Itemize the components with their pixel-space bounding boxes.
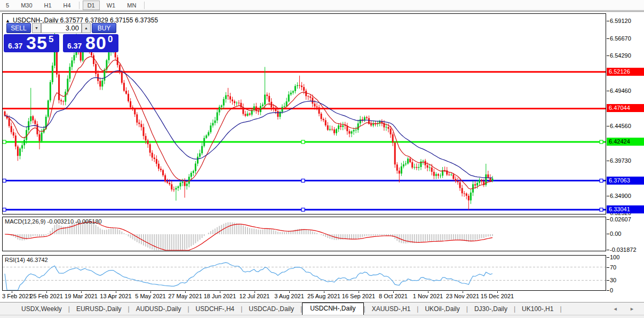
price-tick-mark [607, 126, 609, 126]
ask-big-digits: 80 [85, 33, 107, 53]
time-axis-label: 13 Apr 2021 [100, 293, 131, 299]
timeframe-toolbar: 5M30H1H4D1W1MN [0, 0, 644, 11]
price-marker-6.37063: 6.37063 [607, 177, 644, 185]
timeframe-button-5[interactable]: 5 [1, 1, 14, 10]
ma-30-line[interactable] [5, 71, 492, 178]
ask-pip-digit: 0 [108, 34, 113, 45]
rsi-chart [3, 256, 606, 290]
timeframe-button-m30[interactable]: M30 [16, 1, 37, 10]
chart-tab-uk100-h1[interactable]: UK100-,H1 [515, 304, 560, 315]
one-click-trade-panel: SELL ▼ ▲ BUY 6.37 35 5 6.37 80 0 [4, 23, 118, 53]
buy-button[interactable]: BUY [92, 23, 116, 33]
price-tick-label: 6.56670 [610, 35, 631, 42]
ask-price-box[interactable]: 6.37 80 0 [63, 34, 118, 52]
price-tick-label: 0.02607 [610, 216, 631, 222]
price-tick-mark [607, 290, 609, 291]
time-axis-label: 15 Dec 2021 [481, 293, 514, 299]
time-axis-label: 3 Aug 2021 [274, 293, 304, 299]
hline-6.37063[interactable] [3, 179, 606, 182]
price-tick-label: 6.39730 [610, 157, 631, 164]
timeframe-button-h1[interactable]: H1 [39, 1, 57, 10]
toolbar-separator [144, 2, 145, 9]
bid-prefix: 6.37 [8, 42, 22, 50]
bid-big-digits: 35 [26, 33, 47, 53]
rsi-panel[interactable]: RSI(14) 46.3742 [2, 255, 606, 291]
price-tick-mark [607, 257, 609, 258]
macd-label: MACD(12,26,9) -0.003210 -0.005180 [5, 218, 102, 225]
price-marker-6.52126: 6.52126 [607, 68, 644, 76]
macd-values: -0.003210 -0.005180 [47, 218, 101, 225]
chart-tab-ukoil-daily[interactable]: UKOil-,Daily [418, 304, 466, 315]
chart-tab-xauusd-h1[interactable]: XAUUSD-,H1 [365, 304, 417, 315]
time-axis-label: 1 Nov 2021 [413, 293, 443, 299]
bottom-strip [0, 315, 644, 318]
price-tick-mark [607, 196, 609, 196]
price-marker-6.42424: 6.42424 [607, 138, 644, 146]
chart-tab-usdcad-daily[interactable]: USDCAD-,Daily [242, 304, 300, 315]
chart-tab-usdx-weekly[interactable]: USDX,Weekly [15, 304, 68, 315]
price-tick-label: -0.031872 [610, 247, 637, 253]
hline-6.42424[interactable] [3, 140, 606, 144]
chart-tab-eurusd-daily[interactable]: EURUSD-,Daily [70, 304, 128, 315]
time-axis-label: 3 Feb 2021 [2, 293, 32, 299]
price-tick-label: 6.44560 [610, 123, 631, 129]
chart-tab-dj30-daily[interactable]: DJ30-,Daily [468, 304, 514, 315]
time-axis-label: 12 Jul 2021 [240, 293, 270, 299]
timeframe-button-w1[interactable]: W1 [102, 1, 121, 10]
price-tick-label: 6.54290 [610, 52, 631, 59]
tab-scroll-arrows[interactable]: ◄ ► [613, 306, 640, 312]
price-tick-mark [607, 38, 609, 39]
price-tick-mark [607, 250, 609, 250]
price-tick-mark [607, 234, 609, 234]
volume-decrease-icon[interactable]: ▼ [32, 23, 41, 33]
time-axis: 3 Feb 202125 Feb 202119 Mar 202113 Apr 2… [2, 291, 607, 301]
price-tick-label: 6.49460 [610, 88, 631, 94]
time-axis-label: 23 Nov 2021 [446, 293, 479, 299]
time-axis-label: 25 Feb 2021 [30, 293, 63, 299]
volume-increase-icon[interactable]: ▲ [82, 23, 91, 33]
time-axis-label: 25 Aug 2021 [307, 293, 340, 299]
macd-panel[interactable]: MACD(12,26,9) -0.003210 -0.005180 [2, 217, 606, 251]
window-edge [0, 11, 644, 12]
time-axis-label: 16 Sep 2021 [342, 293, 375, 299]
time-axis-label: 5 May 2021 [135, 293, 165, 299]
ma-10-line[interactable] [5, 57, 492, 189]
volume-stepper: ▼ ▲ [32, 23, 91, 33]
timeframe-button-d1[interactable]: D1 [83, 1, 100, 10]
chart-tab-usdcnh-daily[interactable]: USDCNH-,Daily [302, 303, 363, 315]
price-marker-6.33041: 6.33041 [607, 205, 644, 213]
chart-tab-audusd-daily[interactable]: AUDUSD-,Daily [130, 304, 188, 315]
rsi-line [5, 263, 492, 290]
price-marker-6.47044: 6.47044 [607, 104, 644, 112]
time-axis-label: 19 Mar 2021 [65, 293, 98, 299]
price-tick-label: 6.34900 [610, 193, 631, 199]
bid-price-box[interactable]: 6.37 35 5 [4, 34, 59, 52]
time-axis-label: 18 Jun 2021 [204, 293, 236, 299]
price-tick-label: 6.59120 [610, 18, 631, 24]
time-axis-label: 8 Oct 2021 [379, 293, 408, 299]
macd-signal-line [5, 222, 492, 250]
toolbar-separator [79, 2, 79, 9]
price-tick-label: 100 [610, 254, 619, 260]
timeframe-button-mn[interactable]: MN [122, 1, 141, 10]
price-tick-mark [607, 280, 609, 281]
price-tick-mark [607, 21, 609, 21]
hline-6.33041[interactable] [3, 208, 606, 211]
price-tick-mark [607, 55, 609, 56]
price-tick-label: 0.00 [610, 230, 621, 237]
price-tick-label: 70 [610, 264, 616, 271]
price-tick-mark [607, 161, 609, 161]
rsi-value: 46.3742 [27, 257, 48, 263]
time-axis-label: 27 May 2021 [168, 293, 202, 299]
price-tick-label: 30 [610, 277, 616, 283]
sell-button[interactable]: SELL [6, 23, 31, 33]
macd-histogram [5, 220, 492, 250]
tab-separator: | [560, 305, 561, 315]
chart-tab-usdchf-h4[interactable]: USDCHF-,H4 [189, 304, 241, 315]
price-tick-mark [607, 267, 609, 268]
ask-prefix: 6.37 [67, 42, 82, 50]
bid-pip-digit: 5 [49, 34, 53, 45]
timeframe-button-h4[interactable]: H4 [59, 1, 76, 10]
price-tick-mark [607, 91, 609, 91]
volume-input[interactable] [41, 23, 82, 33]
